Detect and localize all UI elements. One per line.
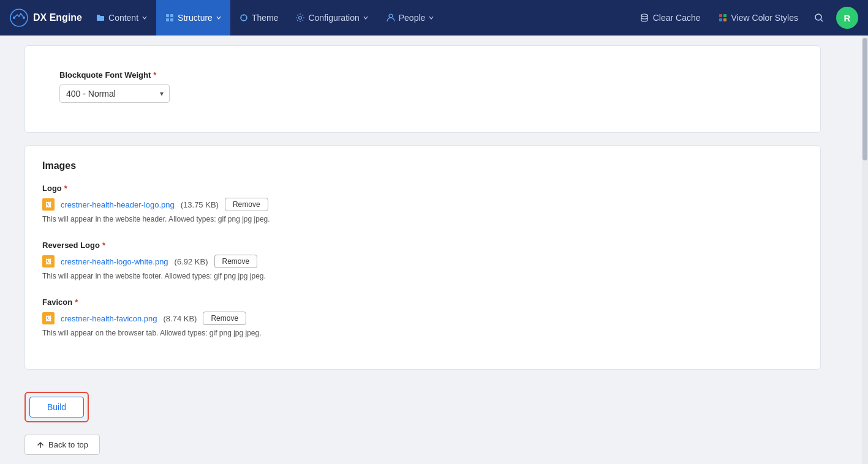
view-color-styles-label: View Color Styles (731, 13, 798, 23)
svg-point-8 (299, 17, 302, 20)
blockquote-select-wrapper: 100 - Thin 200 - Extra Light 300 - Light… (59, 84, 170, 103)
reversed-logo-required-star: * (102, 241, 105, 250)
favicon-file-row: 🖼 crestner-health-favicon.png (8.74 KB) … (42, 312, 803, 325)
svg-rect-13 (719, 18, 722, 21)
favicon-filesize: (8.74 KB) (164, 314, 197, 323)
structure-dropdown-icon (216, 15, 222, 21)
logo-label-text: Logo (42, 184, 62, 193)
clear-cache-label: Clear Cache (653, 13, 701, 23)
brand-name: DX Engine (33, 12, 82, 23)
nav-theme-label: Theme (252, 13, 279, 23)
build-area: Build (25, 382, 821, 427)
nav-configuration-label: Configuration (308, 13, 359, 23)
folder-icon (96, 13, 105, 23)
reversed-logo-remove-button[interactable]: Remove (214, 255, 258, 268)
svg-rect-11 (719, 14, 722, 17)
favicon-label-text: Favicon (42, 297, 72, 307)
search-button[interactable] (808, 7, 830, 29)
logo-remove-button[interactable]: Remove (225, 198, 268, 211)
logo-file-icon: 🖼 (42, 198, 55, 211)
logo-filename: crestner-health-header-logo.png (61, 200, 175, 209)
back-to-top-button[interactable]: Back to top (25, 435, 100, 455)
reversed-logo-file-row: 🖼 crestner-health-logo-white.png (6.92 K… (42, 255, 803, 268)
arrow-up-icon (36, 441, 45, 449)
svg-point-2 (23, 17, 25, 19)
nav-item-people[interactable]: People (377, 0, 443, 36)
user-avatar[interactable]: R (836, 7, 858, 29)
nav-item-content[interactable]: Content (87, 0, 156, 36)
palette-icon (718, 13, 728, 23)
svg-point-9 (389, 14, 393, 18)
svg-rect-5 (166, 18, 169, 21)
images-section-title: Images (42, 160, 803, 171)
gear-icon (295, 13, 305, 23)
svg-rect-4 (170, 14, 173, 17)
blockquote-card: Blockquote Font Weight * 100 - Thin 200 … (25, 45, 821, 133)
reversed-logo-help-text: This will appear in the website footer. … (42, 272, 803, 280)
person-icon (386, 13, 396, 23)
structure-icon (165, 13, 175, 23)
logo-label: Logo * (42, 184, 803, 193)
favicon-file-icon: 🖼 (42, 312, 55, 324)
database-icon (640, 13, 649, 23)
build-button-highlight: Build (25, 392, 89, 422)
content-dropdown-icon (142, 15, 148, 21)
main-content: Blockquote Font Weight * 100 - Thin 200 … (0, 36, 845, 464)
logo-help-text: This will appear in the website header. … (42, 215, 803, 223)
favicon-remove-button[interactable]: Remove (203, 312, 246, 325)
svg-rect-3 (166, 14, 169, 17)
clear-cache-button[interactable]: Clear Cache (632, 0, 708, 36)
images-card: Images Logo * 🖼 crestner-health-header-l… (25, 145, 821, 370)
reversed-logo-field: Reversed Logo * 🖼 crestner-health-logo-w… (42, 241, 803, 280)
scrollbar-thumb[interactable] (862, 38, 867, 160)
nav-item-theme[interactable]: Theme (230, 0, 287, 36)
logo-filesize: (13.75 KB) (181, 200, 219, 209)
svg-point-10 (641, 14, 647, 17)
favicon-field: Favicon * 🖼 crestner-health-favicon.png … (42, 297, 803, 337)
reversed-logo-label: Reversed Logo * (42, 241, 803, 250)
favicon-file-link[interactable]: crestner-health-favicon.png (61, 314, 157, 323)
svg-rect-12 (723, 14, 726, 17)
blockquote-label-text: Blockquote Font Weight (59, 70, 151, 80)
back-to-top-label: Back to top (48, 440, 88, 449)
nav-item-structure[interactable]: Structure (156, 0, 230, 36)
svg-rect-6 (170, 18, 173, 21)
brand[interactable]: DX Engine (10, 9, 82, 27)
theme-icon (239, 13, 249, 23)
nav-structure-label: Structure (178, 13, 213, 23)
brand-icon (10, 9, 28, 27)
logo-field: Logo * 🖼 crestner-health-header-logo.png… (42, 184, 803, 223)
favicon-required-star: * (75, 297, 78, 307)
svg-point-1 (13, 17, 15, 19)
blockquote-section: Blockquote Font Weight * 100 - Thin 200 … (42, 61, 803, 118)
reversed-logo-label-text: Reversed Logo (42, 241, 100, 250)
logo-file-row: 🖼 crestner-health-header-logo.png (13.75… (42, 198, 803, 211)
favicon-filename: crestner-health-favicon.png (61, 314, 157, 323)
reversed-logo-filesize: (6.92 KB) (175, 257, 208, 266)
reversed-logo-file-icon: 🖼 (42, 255, 55, 268)
configuration-dropdown-icon (363, 15, 369, 21)
blockquote-required-star: * (153, 70, 156, 80)
nav-right-actions: Clear Cache View Color Styles R (632, 0, 858, 36)
svg-point-15 (815, 14, 821, 20)
blockquote-font-weight-select[interactable]: 100 - Thin 200 - Extra Light 300 - Light… (59, 84, 170, 103)
logo-file-link[interactable]: crestner-health-header-logo.png (61, 200, 175, 209)
favicon-help-text: This will appear on the browser tab. All… (42, 329, 803, 337)
logo-required-star: * (64, 184, 67, 193)
build-button[interactable]: Build (29, 397, 84, 417)
user-initial: R (844, 13, 851, 23)
search-icon (813, 12, 825, 23)
blockquote-field-label: Blockquote Font Weight * (59, 70, 786, 80)
nav-item-configuration[interactable]: Configuration (287, 0, 377, 36)
nav-people-label: People (399, 13, 426, 23)
reversed-logo-file-link[interactable]: crestner-health-logo-white.png (61, 257, 168, 266)
reversed-logo-filename: crestner-health-logo-white.png (61, 257, 168, 266)
navbar: DX Engine Content Structure Theme (0, 0, 868, 36)
svg-rect-14 (723, 18, 726, 21)
people-dropdown-icon (428, 15, 434, 21)
back-to-top-area: Back to top (25, 427, 821, 455)
favicon-label: Favicon * (42, 297, 803, 307)
view-color-styles-button[interactable]: View Color Styles (711, 0, 806, 36)
scrollbar-track[interactable] (862, 36, 868, 464)
nav-content-label: Content (108, 13, 138, 23)
